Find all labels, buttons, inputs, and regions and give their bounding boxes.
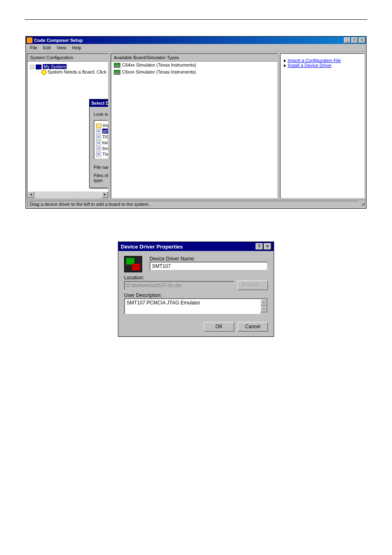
cancel-button[interactable]: Cancel: [238, 322, 268, 332]
menubar: File Edit View Help: [26, 44, 366, 52]
user-description-input[interactable]: SMT107 PCMCIA JTAG Emulator ▲ ▼: [124, 298, 268, 315]
menu-edit[interactable]: Edit: [41, 45, 53, 51]
window-title: Code Composer Setup: [34, 38, 344, 43]
file-icon: [96, 152, 101, 157]
board-icon: [114, 70, 120, 75]
menu-view[interactable]: View: [54, 45, 69, 51]
vertical-scrollbar[interactable]: ▲ ▼: [261, 299, 267, 314]
board-item[interactable]: C6xxx Simulator (Texas Instruments): [111, 69, 277, 76]
browse-button: Browse...: [238, 281, 268, 290]
location-label: Location:: [124, 275, 268, 281]
menu-file[interactable]: File: [28, 45, 40, 51]
filetype-label: Files of type:: [94, 173, 109, 183]
file-item[interactable]: att107-6x.dvr: [96, 128, 109, 134]
location-field: D:\ti\drivers\att107-6x.dvr: [124, 281, 234, 290]
warning-icon: [42, 70, 46, 75]
driver-icon: [124, 256, 142, 272]
file-list[interactable]: import att107-6x.dvr TiSimC64xx.dvr tisi…: [94, 120, 109, 159]
device-driver-properties-dialog: Device Driver Properties ? × Device Driv…: [118, 242, 274, 337]
driver-name-input[interactable]: SMT107: [150, 262, 268, 271]
file-item[interactable]: tisimc6xxx.dvr: [96, 140, 109, 145]
file-icon: [96, 140, 101, 145]
file-item[interactable]: Tixds6xxx.dvr: [96, 151, 109, 157]
horizontal-scrollbar[interactable]: ◂ ▸: [28, 191, 108, 198]
import-config-link[interactable]: Import a Configuration File: [288, 58, 341, 63]
available-boards-header: Available Board/Simulator Types: [111, 54, 277, 62]
dialog-help-button[interactable]: ?: [256, 243, 263, 250]
arrow-icon: [284, 64, 286, 67]
dialog-title: Select Device Driver File: [91, 101, 109, 106]
folder-icon: [96, 124, 101, 128]
computer-icon: [36, 64, 42, 69]
look-in-label: Look in:: [94, 112, 109, 117]
dialog-title: Device Driver Properties: [121, 244, 255, 250]
file-item-folder[interactable]: import: [96, 122, 109, 128]
tree-child[interactable]: System Needs a Board. Click Here: [42, 69, 106, 75]
status-text: Drag a device driver to the left to add …: [28, 201, 358, 207]
app-icon: [27, 37, 32, 43]
install-driver-link[interactable]: Install a Device Driver: [288, 63, 332, 68]
file-icon: [96, 135, 101, 140]
minimize-button[interactable]: _: [344, 37, 350, 43]
scroll-up-button[interactable]: ▲: [261, 299, 267, 306]
tree-child-label: System Needs a Board. Click Here: [48, 69, 109, 74]
actions-pane: Import a Configuration File Install a De…: [280, 53, 365, 199]
resize-grip[interactable]: ◢: [358, 201, 364, 207]
system-configuration-pane: System Configuration −My System System N…: [27, 53, 109, 199]
maximize-button[interactable]: □: [351, 37, 358, 43]
available-boards-pane: Available Board/Simulator Types C64xx Si…: [111, 53, 278, 199]
scroll-track[interactable]: [34, 191, 101, 198]
tree-collapse-icon[interactable]: −: [30, 65, 34, 69]
file-icon: [96, 129, 101, 134]
file-item[interactable]: tixds6000.dvr: [96, 145, 109, 151]
select-device-driver-dialog: Select Device Driver File ? × Look in: d…: [89, 99, 109, 188]
scroll-down-button[interactable]: ▼: [261, 306, 267, 312]
code-composer-setup-window: Code Composer Setup _ □ × File Edit View…: [25, 36, 367, 209]
system-configuration-header: System Configuration: [28, 54, 108, 62]
filename-label: File name:: [94, 165, 109, 170]
menu-help[interactable]: Help: [69, 45, 84, 51]
scroll-left-button[interactable]: ◂: [28, 191, 34, 198]
page-top-rule: [25, 16, 367, 20]
scroll-right-button[interactable]: ▸: [101, 191, 108, 198]
file-item[interactable]: TiSimC64xx.dvr: [96, 134, 109, 140]
close-button[interactable]: ×: [359, 37, 365, 43]
ok-button[interactable]: OK: [204, 322, 234, 332]
driver-name-label: Device Driver Name:: [150, 256, 268, 262]
tree-root-label: My System: [43, 64, 67, 69]
board-icon: [114, 63, 120, 68]
user-description-label: User Description:: [124, 292, 268, 298]
arrow-icon: [284, 59, 286, 62]
tree-root[interactable]: −My System: [30, 64, 106, 69]
window-titlebar: Code Composer Setup _ □ ×: [26, 37, 366, 44]
file-icon: [96, 146, 101, 151]
board-item[interactable]: C64xx Simulator (Texas Instruments): [111, 62, 277, 69]
dialog-close-button[interactable]: ×: [264, 243, 271, 250]
